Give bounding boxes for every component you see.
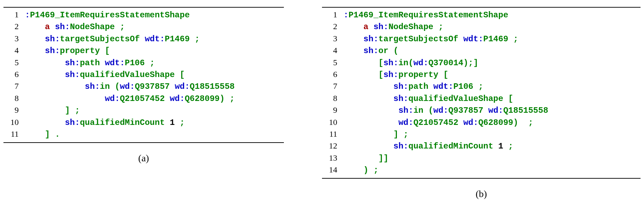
code-token: wd: [120, 82, 135, 91]
code-token: targetSubjectsOf [60, 34, 140, 44]
code-token: sh: [393, 142, 408, 151]
line-number: 7 [322, 80, 343, 92]
code-token: wd: [433, 106, 448, 115]
code-line: 11 ] . [3, 128, 284, 140]
code-token: 1 [498, 142, 503, 151]
code-line: 5 [sh:in(wd:Q370014);] [322, 57, 641, 69]
code-token: path [80, 58, 100, 68]
line-number: 3 [3, 33, 25, 44]
code-content: sh:qualifiedMinCount 1 ; [25, 117, 185, 128]
code-token: P1469_ItemRequiresStatementShape [30, 10, 190, 20]
code-token: wd: [398, 118, 413, 127]
code-token: NodeShape [389, 22, 434, 32]
code-token: sh: [65, 70, 80, 79]
code-token: Q370014 [428, 58, 463, 68]
code-line: 14 ) ; [322, 164, 641, 176]
code-line: 8 sh:qualifiedValueShape [ [322, 93, 641, 104]
code-content: sh:property [ [25, 45, 110, 57]
code-token [25, 34, 45, 44]
code-content: sh:qualifiedMinCount 1 ; [343, 141, 513, 152]
code-line: 7 sh:path wdt:P106 ; [322, 80, 641, 92]
code-line: 13 ]] [322, 152, 641, 164]
figure-two-panel: 1:P1469_ItemRequiresStatementShape2 a sh… [3, 7, 641, 199]
code-token: ; [115, 22, 125, 32]
code-token: in [100, 82, 110, 91]
code-line: 7 sh:in (wd:Q937857 wd:Q18515558 [3, 80, 284, 92]
code-token: sh: [45, 46, 60, 56]
code-token: in [414, 106, 424, 115]
code-token: [ [175, 70, 185, 79]
code-line: 4 sh:property [ [3, 45, 284, 57]
code-token: qualifiedMinCount [80, 118, 165, 127]
code-token [25, 70, 65, 79]
code-token: a [364, 22, 368, 32]
code-token [458, 118, 463, 127]
code-content: sh:in (wd:Q937857 wd:Q18515558 [343, 105, 548, 116]
line-number: 2 [3, 21, 25, 32]
line-number: 10 [322, 117, 343, 128]
code-token: wd: [105, 94, 120, 103]
line-number: 6 [322, 69, 343, 80]
code-token: ; [473, 82, 483, 91]
code-token [25, 58, 65, 68]
code-token: : [343, 10, 348, 20]
code-line: 2 a sh:NodeShape ; [3, 21, 284, 33]
line-number: 6 [3, 69, 25, 80]
code-content: wd:Q21057452 wd:Q628099) ; [343, 117, 533, 128]
code-token [50, 22, 55, 32]
code-token: ) ; [343, 165, 378, 175]
line-number: 8 [322, 93, 343, 104]
code-content: a sh:NodeShape ; [25, 22, 125, 33]
code-token: ; [175, 118, 185, 127]
caption-a: (a) [138, 153, 149, 164]
code-token [483, 106, 488, 115]
code-line: 2 a sh:NodeShape ; [322, 21, 641, 33]
code-token: ( [389, 46, 399, 56]
code-token: wdt: [433, 82, 453, 91]
code-token: sh: [65, 118, 80, 127]
code-token: wdt: [463, 34, 484, 44]
code-content: :P1469_ItemRequiresStatementShape [343, 10, 508, 21]
code-content: ] ; [343, 129, 408, 140]
code-token [25, 46, 45, 56]
code-token: ] . [25, 130, 60, 139]
code-token: wd: [488, 106, 503, 115]
code-line: 6 [sh:property [ [322, 69, 641, 80]
line-number: 11 [322, 128, 343, 139]
code-content: sh:targetSubjectsOf wdt:P1469 ; [343, 34, 518, 45]
code-token: P1469_ItemRequiresStatementShape [348, 10, 508, 20]
code-token: 1 [170, 118, 175, 127]
code-token: Q21057452 [120, 94, 165, 103]
code-token [25, 82, 85, 91]
code-token: [ [100, 46, 110, 56]
code-line: 10 sh:qualifiedMinCount 1 ; [3, 117, 284, 128]
code-line: 1:P1469_ItemRequiresStatementShape [322, 9, 641, 21]
code-token: P106 [453, 82, 473, 91]
code-token: sh: [373, 22, 388, 32]
line-number: 1 [322, 9, 343, 20]
code-token: [ [343, 58, 383, 68]
code-token: property [60, 46, 100, 56]
code-token: a [45, 22, 50, 32]
code-token: [ [503, 94, 513, 103]
line-number: 1 [3, 9, 25, 20]
code-line: 3 sh:targetSubjectsOf wdt:P1469 ; [322, 33, 641, 45]
code-token: sh: [55, 22, 70, 32]
code-content: [sh:in(wd:Q370014);] [343, 58, 478, 69]
code-line: 5 sh:path wdt:P106 ; [3, 57, 284, 69]
code-token: Q628099 [478, 118, 513, 127]
code-token: sh: [65, 58, 80, 68]
code-token: sh: [393, 94, 408, 103]
code-token [140, 34, 145, 44]
code-token: Q21057452 [414, 118, 459, 127]
code-token: ( [408, 58, 413, 68]
code-listing-a: 1:P1469_ItemRequiresStatementShape2 a sh… [3, 7, 284, 143]
code-token: ( [110, 82, 120, 91]
code-content: wd:Q21057452 wd:Q628099) ; [25, 93, 235, 104]
code-token [343, 142, 393, 151]
code-token [343, 118, 398, 127]
code-line: 12 sh:qualifiedMinCount 1 ; [322, 140, 641, 152]
code-token: ] ; [25, 106, 80, 115]
code-token [25, 94, 105, 103]
code-token: Q937857 [449, 106, 484, 115]
